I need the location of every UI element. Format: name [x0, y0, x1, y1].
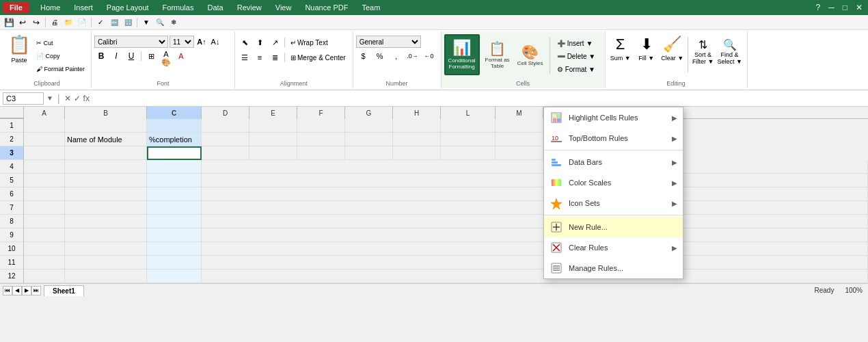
col-header-g[interactable]: G — [345, 107, 393, 119]
cell-c11[interactable] — [147, 256, 202, 269]
col-header-c[interactable]: C — [147, 107, 202, 119]
cell-b12[interactable] — [65, 269, 147, 283]
font-color-button[interactable]: A — [174, 49, 188, 63]
cell-a8[interactable] — [24, 215, 65, 228]
menu-item-highlight-cells[interactable]: Highlight Cells Rules ▶ — [544, 107, 683, 128]
cell-reference-input[interactable]: C3 — [3, 92, 44, 105]
new-btn[interactable]: 📄 — [76, 16, 88, 29]
file-tab[interactable]: File — [3, 2, 29, 13]
cell-f2[interactable] — [297, 133, 345, 146]
row-num-3[interactable]: 3 — [0, 146, 24, 160]
menu-item-top-bottom[interactable]: 10 Top/Bottom Rules ▶ — [544, 128, 683, 148]
cell-f1[interactable] — [297, 119, 345, 133]
cell-a9[interactable] — [24, 228, 65, 242]
cell-c9[interactable] — [147, 228, 202, 242]
sheet-nav-next[interactable]: ▶ — [22, 286, 31, 295]
spell-check-btn[interactable]: ✓ — [94, 16, 107, 29]
sheet-tab-sheet1[interactable]: Sheet1 — [44, 285, 84, 296]
row-num-6[interactable]: 6 — [0, 187, 24, 201]
font-name-select[interactable]: Calibri — [94, 36, 168, 48]
row-num-4[interactable]: 4 — [0, 160, 24, 174]
font-size-select[interactable]: 11 — [169, 36, 194, 48]
cell-a5[interactable] — [24, 174, 65, 187]
copy-button[interactable]: 📄 Copy — [34, 50, 87, 62]
cell-d12[interactable] — [202, 269, 868, 283]
cell-l2[interactable] — [441, 133, 496, 146]
cell-b9[interactable] — [65, 228, 147, 242]
cell-h1[interactable] — [393, 119, 441, 133]
cell-d1[interactable] — [202, 119, 249, 133]
save-btn[interactable]: 💾 — [3, 16, 15, 29]
cell-m1[interactable] — [496, 119, 543, 133]
col-header-h[interactable]: H — [393, 107, 441, 119]
row-num-2[interactable]: 2 — [0, 133, 24, 146]
paste-button[interactable]: 📋 Paste — [5, 34, 33, 73]
bold-button[interactable]: B — [94, 49, 108, 63]
filter-btn[interactable]: ▼ — [140, 16, 152, 29]
cell-a4[interactable] — [24, 160, 65, 174]
cell-d2[interactable] — [202, 133, 249, 146]
cell-l1[interactable] — [441, 119, 496, 133]
col-header-m[interactable]: M — [496, 107, 543, 119]
sort-desc-btn[interactable]: 🔢 — [122, 16, 134, 29]
cell-a3[interactable] — [24, 146, 65, 160]
cell-g1[interactable] — [345, 119, 393, 133]
cell-e2[interactable] — [249, 133, 297, 146]
align-top-left-btn[interactable]: ⬉ — [238, 36, 252, 49]
close-icon[interactable]: ✕ — [853, 3, 865, 12]
cell-d10[interactable] — [202, 242, 868, 256]
maximize-icon[interactable]: □ — [840, 3, 850, 12]
decrease-decimal-btn[interactable]: ←0 — [422, 49, 437, 63]
cell-c4[interactable] — [147, 160, 202, 174]
sheet-nav-last[interactable]: ⏭ — [31, 286, 41, 295]
borders-button[interactable]: ⊞ — [144, 49, 158, 63]
menu-item-data-bars[interactable]: Data Bars ▶ — [544, 152, 683, 172]
cell-g2[interactable] — [345, 133, 393, 146]
align-center-btn[interactable]: ≡ — [253, 51, 267, 64]
redo-btn[interactable]: ↪ — [30, 16, 42, 29]
number-format-select[interactable]: General — [356, 36, 421, 48]
cell-l3[interactable] — [441, 146, 496, 160]
open-btn[interactable]: 📁 — [62, 16, 74, 29]
italic-button[interactable]: I — [109, 49, 123, 63]
cell-c12[interactable] — [147, 269, 202, 283]
col-header-l[interactable]: L — [441, 107, 496, 119]
cell-f3[interactable] — [297, 146, 345, 160]
format-painter-button[interactable]: 🖌 Format Painter — [34, 63, 87, 75]
cell-g3[interactable] — [345, 146, 393, 160]
row-num-12[interactable]: 12 — [0, 269, 24, 283]
row-num-8[interactable]: 8 — [0, 215, 24, 228]
cell-a1[interactable] — [24, 119, 65, 133]
tab-team[interactable]: Team — [355, 2, 387, 13]
wrap-text-button[interactable]: ↵ Wrap Text — [288, 36, 331, 49]
cell-c3-selected[interactable] — [147, 146, 202, 160]
tab-view[interactable]: View — [269, 2, 299, 13]
align-right-btn[interactable]: ≣ — [268, 51, 282, 64]
dropdown-arrow[interactable]: ▼ — [46, 94, 53, 102]
cell-d3[interactable] — [202, 146, 249, 160]
col-header-d[interactable]: D — [202, 107, 249, 119]
minimize-icon[interactable]: ─ — [826, 3, 837, 12]
menu-item-new-rule[interactable]: New Rule... — [544, 217, 683, 237]
increase-decimal-btn[interactable]: .0→ — [405, 49, 420, 63]
cell-a12[interactable] — [24, 269, 65, 283]
cell-e1[interactable] — [249, 119, 297, 133]
tab-review[interactable]: Review — [230, 2, 269, 13]
cell-c8[interactable] — [147, 215, 202, 228]
align-top-center-btn[interactable]: ⬆ — [253, 36, 267, 49]
row-num-7[interactable]: 7 — [0, 201, 24, 215]
format-as-table-button[interactable]: 📋 Format as Table — [483, 34, 513, 75]
tab-home[interactable]: Home — [33, 2, 67, 13]
row-num-5[interactable]: 5 — [0, 174, 24, 187]
cell-h2[interactable] — [393, 133, 441, 146]
cell-a10[interactable] — [24, 242, 65, 256]
cell-d6[interactable] — [202, 187, 868, 201]
col-header-a[interactable]: A — [24, 107, 65, 119]
align-top-right-btn[interactable]: ↗ — [268, 36, 282, 49]
col-header-e[interactable]: E — [249, 107, 297, 119]
conditional-formatting-button[interactable]: 📊 Conditional Formatting — [444, 34, 480, 75]
row-num-10[interactable]: 10 — [0, 242, 24, 256]
cell-b3[interactable] — [65, 146, 147, 160]
cell-a2[interactable] — [24, 133, 65, 146]
autosum-button[interactable]: Σ Sum ▼ — [608, 36, 633, 74]
